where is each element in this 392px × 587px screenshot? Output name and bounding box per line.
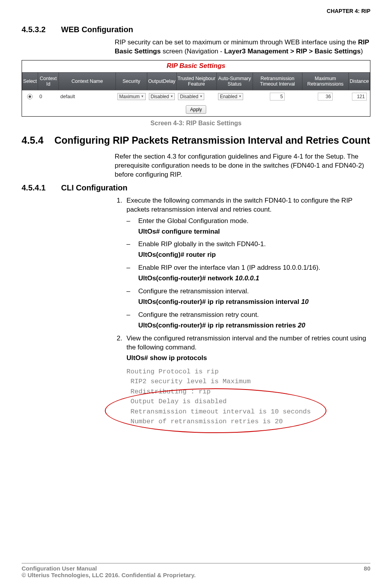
nav-path-bold: Layer3 Management > RIP > Basic Settings xyxy=(224,48,361,55)
text: screen (Navigation - xyxy=(161,48,224,55)
retrans-interval-input[interactable]: 5 xyxy=(270,93,285,101)
section-4-5-4-1-heading: 4.5.4.1 CLI Configuration xyxy=(22,183,370,192)
substep: Enter the Global Configuration mode. xyxy=(126,217,370,226)
footer-title: Configuration User Manual xyxy=(22,565,196,572)
step-2: View the configured retransmission inter… xyxy=(124,334,370,427)
output-line: Number of retransmission retries is 20 xyxy=(126,417,370,427)
command: UltOs(config-router)# ip rip retransmiss… xyxy=(138,298,370,307)
s454-paragraph: Refer the section 4.3 for configuration … xyxy=(115,152,370,179)
col-output-delay: OutputDelay xyxy=(147,72,177,90)
col-context-name: Context Name xyxy=(59,72,116,90)
substep: Configure the retransmission retry count… xyxy=(126,311,370,320)
output-line: Routing Protocol is rip xyxy=(126,367,370,377)
max-retrans-input[interactable]: 36 xyxy=(318,93,333,101)
col-distance: Distance xyxy=(349,72,370,90)
command: UltOs# show ip protocols xyxy=(126,354,370,363)
col-retrans-interval: Retransmission Timeout Interval xyxy=(253,72,302,90)
distance-input[interactable]: 121 xyxy=(352,93,367,101)
substep: Enable RIP over the interface vlan 1 (IP… xyxy=(126,263,370,272)
col-max-retrans: Maximum Retransmissions xyxy=(302,72,349,90)
command: UltOs(config-router)# network 10.0.0.1 xyxy=(138,274,370,283)
chapter-header: CHAPTER 4: RIP xyxy=(22,8,370,14)
step2-text: View the configured retransmission inter… xyxy=(126,335,366,351)
cell-context-name: default xyxy=(59,90,116,103)
s4532-paragraph: RIP security can be set to maximum or mi… xyxy=(115,38,370,56)
output-line: Redistributing : rip xyxy=(126,387,370,397)
output-line: RIP2 security level is Maximum xyxy=(126,377,370,387)
col-security: Security xyxy=(116,72,147,90)
substep: Enable RIP globally in the switch FDN40-… xyxy=(126,240,370,249)
col-auto-summary: Auto-Summary Status xyxy=(216,72,253,90)
section-4-5-3-2-heading: 4.5.3.2 WEB Configuration xyxy=(22,25,370,34)
section-title: CLI Configuration xyxy=(61,183,128,192)
row-select-radio[interactable] xyxy=(27,94,33,99)
command: UltOs(config-router)# ip rip retransmiss… xyxy=(138,321,370,330)
screenshot-title: RIP Basic Settings xyxy=(22,60,370,72)
step1-text: Execute the following commands in the sw… xyxy=(126,197,352,213)
figure-caption: Screen 4-3: RIP Basic Settings xyxy=(22,120,370,127)
apply-button[interactable]: Apply xyxy=(186,105,206,114)
col-context-id: Context Id xyxy=(38,72,59,90)
rip-settings-table: Select Context Id Context Name Security … xyxy=(22,72,370,103)
page-footer: Configuration User Manual © Ulterius Tec… xyxy=(22,563,370,578)
command: UltOs# configure terminal xyxy=(138,227,370,236)
section-title: Configuring RIP Packets Retransmission I… xyxy=(54,135,370,146)
col-select: Select xyxy=(22,72,38,90)
cli-output: Routing Protocol is rip RIP2 security le… xyxy=(126,367,370,427)
output-line: Retransmission timeout interval is 10 se… xyxy=(126,407,370,417)
output-delay-select[interactable]: Disabled xyxy=(149,93,175,100)
table-row: 0 default Maximum Disabled Disabled Enab… xyxy=(22,90,370,103)
col-trusted: Trusted Neigbour Feature xyxy=(176,72,216,90)
section-4-5-4-heading: 4.5.4 Configuring RIP Packets Retransmis… xyxy=(22,135,370,146)
autosummary-select[interactable]: Enabled xyxy=(218,93,243,100)
section-num: 4.5.3.2 xyxy=(22,25,59,34)
security-select[interactable]: Maximum xyxy=(117,93,146,100)
trusted-select[interactable]: Disabled xyxy=(178,93,204,100)
cell-context-id: 0 xyxy=(38,90,59,103)
rip-basic-settings-screenshot: RIP Basic Settings Select Context Id Con… xyxy=(22,60,370,117)
section-num: 4.5.4.1 xyxy=(22,183,59,192)
step-1: Execute the following commands in the sw… xyxy=(124,196,370,330)
footer-copyright: © Ulterius Technologies, LLC 2016. Confi… xyxy=(22,572,196,578)
section-num: 4.5.4 xyxy=(22,135,44,146)
text: ) xyxy=(361,48,363,55)
section-title: WEB Configuration xyxy=(61,25,133,34)
substep: Configure the retransmission interval. xyxy=(126,287,370,296)
page-number: 80 xyxy=(364,565,370,578)
output-line: Output Delay is disabled xyxy=(126,397,370,407)
command: UltOs(config)# router rip xyxy=(138,251,370,260)
text: RIP security can be set to maximum or mi… xyxy=(115,38,358,46)
